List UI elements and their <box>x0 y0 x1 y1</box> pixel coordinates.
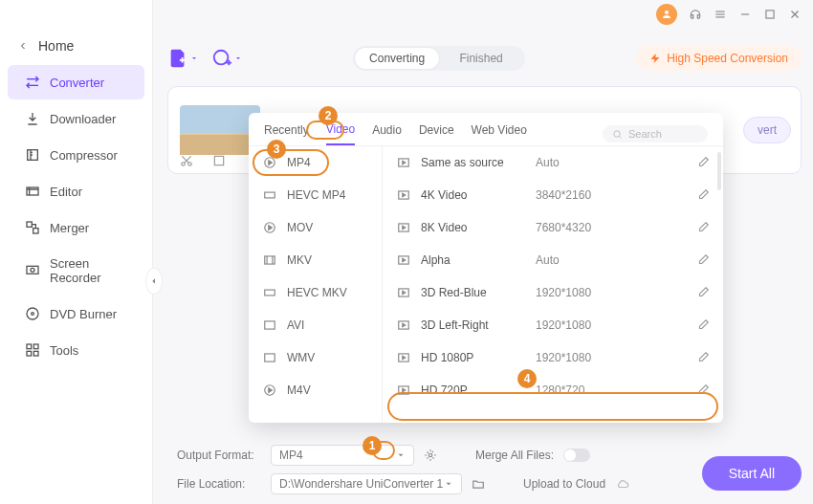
minimize-icon[interactable] <box>738 8 752 21</box>
merge-toggle[interactable] <box>563 449 590 462</box>
preset-hd-720p[interactable]: HD 720P1280*720 <box>383 374 723 406</box>
preset-resolution: 1920*1080 <box>536 286 696 299</box>
format-avi[interactable]: AVI <box>249 309 382 341</box>
edit-icon[interactable] <box>696 383 710 397</box>
high-speed-button[interactable]: High Speed Conversion <box>636 46 802 71</box>
hevc-icon <box>262 188 277 202</box>
download-icon <box>25 111 40 126</box>
svg-point-28 <box>614 130 620 136</box>
preset-3d-red-blue[interactable]: 3D Red-Blue1920*1080 <box>383 276 723 309</box>
cloud-icon[interactable] <box>615 477 630 491</box>
preset-resolution: Auto <box>536 253 696 267</box>
preset-8k[interactable]: 8K Video7680*4320 <box>383 211 723 244</box>
play-rect-icon <box>396 156 411 169</box>
annotation-marker-1: 1 <box>363 436 382 455</box>
preset-resolution: 1280*720 <box>536 383 696 397</box>
add-file-button[interactable] <box>167 48 198 69</box>
crop-icon[interactable] <box>212 154 226 167</box>
svg-rect-5 <box>766 11 774 18</box>
play-rect-icon <box>396 286 411 299</box>
edit-icon[interactable] <box>696 318 710 332</box>
sidebar-item-compressor[interactable]: Compressor <box>8 138 144 172</box>
format-hevc-mp4[interactable]: HEVC MP4 <box>249 179 382 211</box>
edit-icon[interactable] <box>696 156 710 169</box>
editor-icon <box>25 184 40 199</box>
menu-icon[interactable] <box>714 8 727 21</box>
tab-converting[interactable]: Converting <box>355 48 439 69</box>
disc-add-icon <box>211 48 232 69</box>
user-avatar[interactable] <box>656 4 677 25</box>
output-format-select[interactable]: MP4 <box>271 445 414 466</box>
popup-tab-web[interactable]: Web Video <box>472 123 527 144</box>
close-icon[interactable] <box>788 8 802 21</box>
popup-tab-device[interactable]: Device <box>419 123 454 144</box>
format-m4v[interactable]: M4V <box>249 374 382 406</box>
film-icon <box>262 318 277 332</box>
chevron-left-icon <box>17 40 29 52</box>
preset-alpha[interactable]: AlphaAuto <box>383 244 723 276</box>
preset-same-as-source[interactable]: Same as sourceAuto <box>383 146 723 179</box>
format-wmv[interactable]: WMV <box>249 341 382 374</box>
format-label: MP4 <box>287 156 311 169</box>
folder-icon[interactable] <box>472 477 485 491</box>
preset-4k[interactable]: 4K Video3840*2160 <box>383 179 723 211</box>
back-home[interactable]: Home <box>0 29 152 63</box>
preset-hd-1080p[interactable]: HD 1080P1920*1080 <box>383 341 723 374</box>
edit-icon[interactable] <box>696 286 710 299</box>
edit-icon[interactable] <box>696 221 710 234</box>
maximize-icon[interactable] <box>763 8 777 21</box>
sidebar-item-downloader[interactable]: Downloader <box>8 101 144 136</box>
edit-icon[interactable] <box>696 188 710 202</box>
file-location-value: D:\Wondershare UniConverter 1 <box>279 477 443 491</box>
sidebar-item-converter[interactable]: Converter <box>8 65 144 99</box>
svg-rect-27 <box>214 156 223 164</box>
svg-rect-12 <box>27 266 38 274</box>
svg-rect-35 <box>265 256 275 264</box>
svg-rect-39 <box>265 321 275 329</box>
cut-icon[interactable] <box>180 154 193 167</box>
popup-tab-video[interactable]: Video <box>326 122 355 145</box>
preset-name: HD 1080P <box>421 351 536 364</box>
convert-chip[interactable]: vert <box>743 117 791 143</box>
search-placeholder: Search <box>628 128 662 140</box>
svg-marker-48 <box>403 226 406 230</box>
popup-tab-audio[interactable]: Audio <box>372 123 402 144</box>
format-hevc-mkv[interactable]: HEVC MKV <box>249 276 382 309</box>
hevc-icon <box>262 286 277 299</box>
play-rect-icon <box>396 221 411 234</box>
sidebar-item-dvd-burner[interactable]: DVD Burner <box>8 296 144 331</box>
add-url-button[interactable] <box>211 48 242 69</box>
settings-icon[interactable] <box>424 449 437 462</box>
sidebar-collapse-handle[interactable] <box>145 268 163 295</box>
sidebar-item-merger[interactable]: Merger <box>8 210 144 245</box>
start-all-button[interactable]: Start All <box>702 456 802 491</box>
format-mkv[interactable]: MKV <box>249 244 382 276</box>
sidebar-item-screen-recorder[interactable]: Screen Recorder <box>8 247 144 295</box>
preset-3d-left-right[interactable]: 3D Left-Right1920*1080 <box>383 309 723 341</box>
sidebar-item-label: Screen Recorder <box>50 256 127 285</box>
svg-rect-9 <box>27 187 38 195</box>
home-label: Home <box>38 38 74 54</box>
svg-rect-10 <box>27 222 32 227</box>
chevron-down-icon <box>444 479 453 489</box>
merge-label: Merge All Files: <box>475 449 554 462</box>
file-location-select[interactable]: D:\Wondershare UniConverter 1 <box>271 473 462 494</box>
preset-list: Same as sourceAuto 4K Video3840*2160 8K … <box>383 146 723 423</box>
scrollbar[interactable] <box>717 152 721 190</box>
svg-rect-18 <box>27 351 32 356</box>
sidebar-item-tools[interactable]: Tools <box>8 333 144 367</box>
edit-icon[interactable] <box>696 351 710 364</box>
popup-search[interactable]: Search <box>603 125 708 142</box>
svg-marker-54 <box>403 323 406 327</box>
status-tabs: Converting Finished <box>353 46 525 71</box>
sidebar-item-label: Merger <box>50 221 89 235</box>
edit-icon[interactable] <box>696 253 710 267</box>
headset-icon[interactable] <box>689 8 702 21</box>
sidebar: Home Converter Downloader Compressor Edi… <box>0 0 153 504</box>
tab-finished[interactable]: Finished <box>439 48 523 69</box>
svg-marker-44 <box>403 161 406 164</box>
svg-marker-59 <box>399 454 404 457</box>
format-mov[interactable]: MOV <box>249 211 382 244</box>
sidebar-item-editor[interactable]: Editor <box>8 174 144 208</box>
preset-name: Same as source <box>421 156 536 169</box>
